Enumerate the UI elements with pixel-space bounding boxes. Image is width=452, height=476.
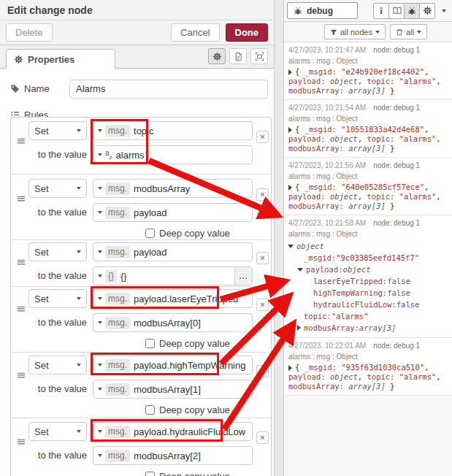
bug-icon (407, 7, 416, 15)
sidebar-view-buttons: i (373, 3, 435, 19)
name-input[interactable] (69, 80, 268, 99)
edit-change-node-dialog: Edit change node Delete Cancel Done Prop… (0, 0, 274, 476)
string-type-icon: az (105, 150, 112, 159)
chevron-down-icon (98, 211, 102, 214)
sidebar-menu-button[interactable] (442, 9, 446, 12)
tree-line: topic: "alarms" (288, 310, 449, 322)
chevron-down-icon (98, 297, 102, 300)
config-tab-button[interactable] (419, 3, 435, 19)
cancel-button[interactable]: Cancel (171, 23, 219, 42)
tree-line: hydraulicFluidLow: false (288, 299, 449, 310)
expand-toggle-icon[interactable] (288, 365, 292, 371)
deep-copy-checkbox[interactable] (145, 472, 155, 476)
to-the-value-label: to the value (11, 317, 87, 328)
deep-copy-checkbox[interactable] (145, 405, 155, 415)
delete-rule-button[interactable]: × (256, 365, 269, 377)
tab-debug[interactable]: debug (287, 2, 358, 19)
rule-action-select[interactable]: Set (28, 356, 87, 375)
sidebar-splitter[interactable] (274, 0, 284, 476)
rule-property-input[interactable]: msg. payload.highTempWarning (93, 356, 253, 375)
filter-icon (330, 28, 337, 36)
value-type-chip: msg. (105, 207, 130, 219)
message-payload: { _msgid: "10551833a42d4e68", payload: o… (288, 125, 449, 153)
deep-copy-checkbox[interactable] (145, 229, 155, 238)
to-the-value-label: to the value (11, 270, 87, 281)
rule-value-input[interactable]: {} {} ... (93, 266, 253, 285)
frame-icon (255, 52, 264, 61)
chevron-down-icon (417, 31, 421, 34)
drag-handle-icon[interactable]: ≡ (16, 256, 26, 268)
delete-rule-button[interactable]: × (256, 131, 269, 143)
debug-message: 4/27/2023, 10:21:47 AMnode: debug 1 alar… (284, 42, 452, 100)
name-label: Name (24, 83, 50, 94)
rule-property-input[interactable]: msg. payload.laserEyeTripped (93, 289, 253, 308)
rule-action-select[interactable]: Set (28, 121, 87, 140)
done-button[interactable]: Done (226, 23, 269, 42)
expand-toggle-icon[interactable] (297, 325, 301, 331)
filter-nodes-button[interactable]: all nodes (324, 24, 386, 39)
rule-value-input[interactable]: msg. modbusArray[2] (93, 446, 253, 465)
rule-property-input[interactable]: msg. modbusArray (93, 179, 253, 198)
drag-handle-icon[interactable]: ≡ (16, 303, 26, 315)
drag-handle-icon[interactable]: ≡ (16, 436, 26, 448)
rule-property-input[interactable]: msg. payload (93, 242, 253, 261)
drag-handle-icon[interactable]: ≡ (16, 135, 26, 147)
tree-line: _msgid: "9c03385eefd145f7" (288, 252, 449, 264)
drag-handle-icon[interactable]: ≡ (16, 369, 26, 381)
delete-rule-button[interactable]: × (256, 431, 269, 444)
expand-toggle-icon[interactable] (288, 245, 294, 248)
property-value: payload.highTempWarning (134, 360, 245, 371)
rule-row: ≡ Set msg. payload.hydraulicFluidLow × t… (11, 422, 271, 476)
tab-properties[interactable]: Properties (6, 49, 115, 69)
rule-property-input[interactable]: msg. payload.hydraulicFluidLow (93, 422, 253, 441)
debug-sidebar: debug i all nodes (284, 0, 452, 476)
trash-icon (396, 28, 403, 36)
tree-line: payload: object (288, 264, 449, 275)
expand-toggle-icon[interactable] (297, 268, 303, 272)
clear-messages-button[interactable]: all (390, 24, 427, 39)
rule-value-input[interactable]: msg. payload (93, 203, 253, 222)
message-node: node: debug 1 (373, 104, 420, 112)
rule-value-input[interactable]: msg. modbusArray[1] (93, 380, 253, 399)
value-text: modbusArray[1] (134, 384, 201, 395)
edit-properties-button[interactable] (208, 48, 226, 64)
chevron-down-icon (77, 430, 81, 433)
rule-value-input[interactable]: msg. modbusArray[0] (93, 313, 253, 332)
info-tab-button[interactable]: i (373, 3, 389, 19)
delete-rule-button[interactable]: × (256, 188, 269, 201)
deep-copy-checkbox[interactable] (145, 339, 155, 348)
message-timestamp: 4/27/2023, 10:21:54 AM (288, 104, 366, 112)
appearance-button[interactable] (250, 48, 268, 64)
expand-toggle-icon[interactable] (288, 127, 292, 133)
rule-action-select[interactable]: Set (28, 289, 87, 308)
expand-toggle-icon[interactable] (288, 185, 292, 191)
rule-row: ≡ Set msg. payload.laserEyeTripped × to … (11, 289, 271, 356)
rule-action-select[interactable]: Set (28, 422, 87, 441)
property-value: payload (134, 247, 167, 258)
delete-rule-button[interactable]: × (256, 299, 269, 311)
chevron-down-icon (98, 388, 102, 391)
deep-copy-label: Deep copy value (159, 228, 230, 239)
help-tab-button[interactable] (388, 3, 405, 19)
bug-icon (294, 7, 302, 15)
property-type-chip: msg. (105, 359, 130, 372)
rule-value-input[interactable]: az alarms (93, 145, 253, 164)
expand-toggle-icon[interactable] (288, 69, 292, 75)
delete-button[interactable]: Delete (6, 23, 53, 42)
rule-action-label: Set (34, 293, 49, 304)
message-topic: alarms : msg : Object (288, 172, 449, 180)
debug-tab-button[interactable] (404, 3, 420, 19)
to-the-value-label: to the value (11, 450, 87, 461)
message-timestamp: 4/27/2023, 10:21:47 AM (288, 46, 366, 54)
expand-editor-button[interactable]: ... (234, 267, 252, 285)
edit-description-button[interactable] (229, 48, 247, 64)
drag-handle-icon[interactable]: ≡ (16, 193, 26, 204)
rule-action-select[interactable]: Set (28, 242, 87, 261)
gear-icon (212, 52, 222, 61)
dialog-title: Edit change node (0, 0, 274, 20)
properties-form: Name Rules (0, 69, 274, 120)
chevron-down-icon (77, 364, 81, 366)
rule-action-select[interactable]: Set (28, 179, 87, 198)
delete-rule-button[interactable]: × (256, 252, 269, 264)
rule-property-input[interactable]: msg. topic (93, 121, 253, 140)
